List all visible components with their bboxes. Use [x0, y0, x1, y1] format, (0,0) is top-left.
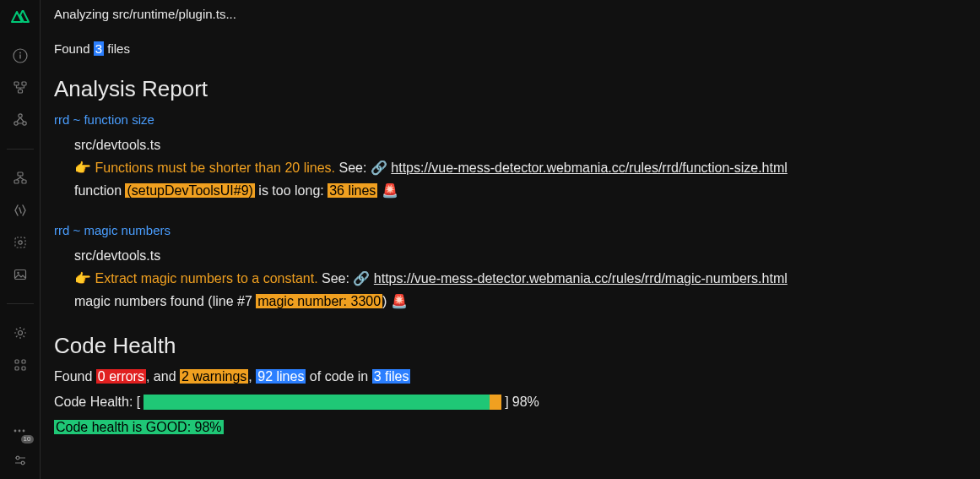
line-count: 36 lines — [328, 183, 377, 198]
overflow-dots-icon[interactable]: 10 — [12, 423, 29, 440]
svg-rect-10 — [14, 180, 19, 183]
svg-point-21 — [14, 430, 16, 433]
svg-point-6 — [18, 114, 21, 117]
nuxt-logo-icon[interactable] — [10, 7, 30, 27]
sliders-icon[interactable] — [12, 452, 29, 469]
sidebar-divider — [7, 303, 34, 304]
found-count: 3 — [94, 41, 104, 56]
svg-rect-3 — [14, 82, 19, 85]
magic-number-ref: magic number: 3300 — [256, 294, 382, 308]
svg-point-1 — [19, 52, 21, 54]
lines-count: 92 lines — [256, 369, 306, 384]
settings-icon[interactable] — [12, 324, 29, 341]
svg-rect-12 — [15, 237, 25, 248]
main-content: Analyzing src/runtime/plugin.ts... Found… — [41, 0, 980, 479]
function-ref: (setupDevToolsUI#9) — [125, 183, 254, 198]
detail-prefix: function — [74, 183, 125, 198]
modules-icon[interactable] — [12, 170, 29, 187]
pointer-icon: 👉 — [74, 161, 95, 175]
health-good-line: Code health is GOOD: 98% — [54, 420, 966, 435]
files-count: 3 files — [372, 369, 411, 384]
health-percent: 98% — [512, 395, 539, 410]
svg-rect-18 — [22, 360, 25, 363]
warnings-count: 2 warnings — [180, 369, 248, 384]
svg-point-16 — [18, 331, 22, 335]
svg-point-8 — [22, 122, 25, 125]
svg-rect-5 — [18, 90, 22, 93]
components-icon[interactable] — [12, 112, 29, 128]
rule-link-function-size[interactable]: rrd ~ function size — [54, 112, 966, 127]
detail-prefix: magic numbers found (line #7 — [74, 294, 256, 308]
hooks-icon[interactable] — [12, 202, 29, 219]
svg-point-7 — [14, 122, 17, 125]
health-good-badge: Code health is GOOD: 98% — [54, 420, 224, 434]
more-icon[interactable] — [12, 357, 29, 373]
rule-doc-link[interactable]: https://vue-mess-detector.webmania.cc/ru… — [374, 271, 788, 286]
svg-rect-9 — [18, 172, 23, 176]
svg-point-15 — [17, 272, 19, 274]
routes-icon[interactable] — [12, 79, 29, 96]
see-label: See: 🔗 — [335, 161, 391, 175]
svg-rect-11 — [22, 180, 26, 183]
svg-point-13 — [18, 241, 21, 244]
analyzing-status: Analyzing src/runtime/plugin.ts... — [54, 7, 966, 21]
overflow-badge: 10 — [21, 435, 34, 444]
svg-rect-20 — [22, 367, 25, 370]
code-health-heading: Code Health — [54, 333, 966, 359]
rule-link-magic-numbers[interactable]: rrd ~ magic numbers — [54, 223, 966, 237]
sep: of code in — [306, 369, 371, 384]
svg-point-25 — [21, 461, 24, 465]
errors-count: 0 errors — [96, 369, 146, 384]
detail-suffix: 🚨 — [377, 183, 398, 198]
info-icon[interactable] — [12, 47, 29, 64]
inspect-icon[interactable] — [12, 234, 29, 251]
health-bar-row: Code Health: [] 98% — [54, 395, 966, 410]
health-bar-label: Code Health: [ — [54, 395, 140, 410]
rule-detail-line: function (setupDevToolsUI#9) is too long… — [74, 179, 966, 202]
file-path: src/devtools.ts — [74, 133, 966, 156]
pointer-icon: 👉 — [74, 271, 95, 286]
svg-rect-2 — [19, 55, 20, 59]
sidebar-divider — [7, 149, 34, 150]
svg-point-24 — [16, 456, 19, 460]
see-label: See: 🔗 — [318, 271, 374, 286]
health-found-prefix: Found — [54, 369, 96, 384]
detail-suffix: ) 🚨 — [382, 294, 408, 308]
analysis-report-heading: Analysis Report — [54, 76, 966, 102]
sidebar: 10 — [0, 0, 41, 479]
svg-point-23 — [22, 430, 24, 433]
sep: , — [248, 369, 256, 384]
svg-rect-14 — [14, 270, 25, 280]
svg-rect-4 — [22, 82, 26, 85]
rule-description-line: 👉 Functions must be shorter than 20 line… — [74, 156, 966, 179]
health-bar-close: ] — [505, 395, 508, 410]
rule-block: src/devtools.ts 👉 Extract magic numbers … — [74, 244, 966, 313]
file-path: src/devtools.ts — [74, 244, 966, 267]
rule-description-line: 👉 Extract magic numbers to a constant. S… — [74, 267, 966, 290]
rule-doc-link[interactable]: https://vue-mess-detector.webmania.cc/ru… — [391, 161, 788, 175]
svg-rect-17 — [15, 360, 19, 363]
rule-block: src/devtools.ts 👉 Functions must be shor… — [74, 133, 966, 203]
rule-detail-line: magic numbers found (line #7 magic numbe… — [74, 290, 966, 313]
detail-mid: is too long: — [255, 183, 328, 198]
found-suffix: files — [104, 41, 130, 56]
rule-description: Functions must be shorter than 20 lines. — [95, 161, 335, 175]
found-files-line: Found 3 files — [54, 41, 966, 56]
health-summary-line: Found 0 errors, and 2 warnings, 92 lines… — [54, 369, 966, 384]
svg-point-22 — [18, 430, 20, 433]
svg-rect-19 — [15, 367, 19, 370]
rule-description: Extract magic numbers to a constant. — [95, 271, 317, 286]
sidebar-nav-bottom: 10 — [12, 423, 29, 479]
found-prefix: Found — [54, 41, 94, 56]
sidebar-nav-top — [7, 47, 34, 373]
health-progress-bar — [143, 395, 501, 410]
assets-icon[interactable] — [12, 266, 29, 283]
sep: , and — [146, 369, 180, 384]
